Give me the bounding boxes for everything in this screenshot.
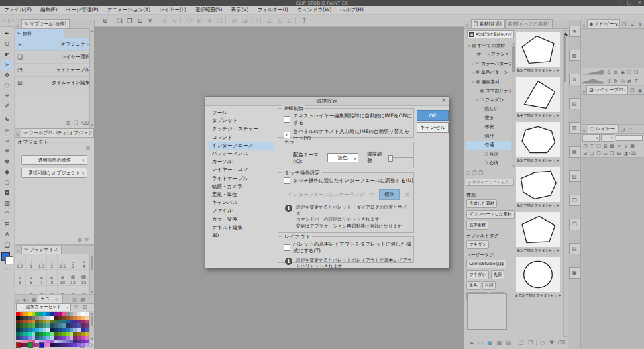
hand-tool[interactable]: ☛ — [1, 49, 13, 59]
material-shelf-folder[interactable]: ❐ — [569, 219, 580, 230]
navigator-tab[interactable]: ◉ ナビゲーター — [587, 19, 620, 28]
eraser-tool[interactable]: ◆ — [1, 167, 13, 177]
material-thumbnail[interactable] — [515, 166, 561, 203]
menu-item[interactable]: レイヤー(L) — [159, 7, 186, 13]
menu-item[interactable]: ページ管理(P) — [66, 7, 98, 13]
brush-size-cell[interactable]: 8 — [47, 270, 58, 286]
density-slider[interactable] — [388, 157, 413, 158]
menu-item[interactable]: 選択範囲(S) — [195, 7, 223, 13]
subtool-scrollbar[interactable]: ▲▼ — [89, 28, 94, 128]
color-set-footer-icon[interactable]: ❏ — [80, 342, 85, 348]
preferences-category-item[interactable]: 軌跡・カメラ — [209, 183, 274, 191]
new-folder-icon[interactable]: ❐ — [472, 170, 476, 176]
layer-toolbar-icon[interactable]: ❒ — [609, 151, 615, 156]
tree-expander-icon[interactable]: ∨ — [471, 80, 476, 84]
help-icon[interactable]: ? — [300, 16, 309, 25]
tag-chip[interactable]: ダウンロードした素材 — [466, 210, 515, 219]
open-file-icon[interactable]: ❐ — [125, 16, 134, 25]
material-shelf-folder[interactable]: ✕ — [569, 74, 580, 85]
preferences-category-item[interactable]: レイヤー・コマ — [209, 166, 274, 174]
brush-size-cell[interactable]: 7 — [36, 270, 47, 286]
selection-tool[interactable]: ◌ — [1, 81, 13, 91]
paste-material-icon[interactable]: ❐ — [527, 340, 534, 346]
navigator-rotate-icon[interactable]: ⊤ — [633, 79, 639, 84]
layer-panel-subtab[interactable]: ∷ — [627, 126, 635, 133]
tree-item[interactable]: ❍心情 — [466, 159, 514, 168]
navigator-zoom-icon[interactable]: ◉ — [619, 70, 626, 75]
preferences-category-item[interactable]: ファイル — [209, 207, 274, 215]
navigator-zoom-icon[interactable]: ❐ — [626, 70, 633, 75]
auto-select-tool[interactable]: ✳ — [1, 91, 13, 101]
scaling-small-button[interactable]: 小 — [370, 191, 375, 198]
scaling-large-button[interactable]: 大 — [405, 191, 410, 198]
navigator-subtab[interactable]: ℹ — [636, 21, 644, 28]
navigator-preview[interactable] — [581, 29, 644, 68]
tag-chip[interactable]: フキダシ — [466, 270, 489, 279]
scaling-standard-button[interactable]: 標準 — [379, 189, 400, 200]
layer-property-subtab[interactable]: ❐ — [628, 87, 636, 94]
menu-item[interactable]: ファイル(F) — [4, 7, 32, 13]
tag-chip[interactable]: 追加素材 — [466, 221, 488, 230]
navigator-subtab[interactable]: ☁ — [628, 21, 636, 28]
panel-menu-icon[interactable]: ≡ — [16, 23, 21, 28]
subtool-footer-icon[interactable]: ⊞ — [66, 120, 71, 126]
menu-item[interactable]: 編集(E) — [40, 7, 58, 13]
layer-toolbar-icon[interactable]: ⊞ — [616, 151, 622, 156]
background-color-swatch[interactable] — [5, 256, 13, 264]
layer-property-tab[interactable]: ◪ レイヤープロパティ — [586, 85, 628, 94]
color-set-header-tab[interactable]: ◐ — [21, 297, 30, 303]
pencil-tool[interactable]: ✏ — [1, 126, 13, 136]
material-shelf-folder[interactable]: ▧ — [569, 170, 580, 182]
material-shelf-folder[interactable]: ▣ — [569, 267, 580, 279]
preferences-category-item[interactable]: コマンド — [209, 134, 274, 142]
material-thumbnail[interactable] — [515, 77, 561, 113]
collapse-right-icons[interactable]: › » — [582, 16, 587, 21]
new-folder-icon[interactable]: ❒ — [479, 170, 483, 176]
pen-tool-2[interactable]: ✎ — [1, 115, 13, 125]
ok-button[interactable]: OK — [417, 110, 449, 121]
preferences-category-item[interactable]: タッチジェスチャー — [209, 125, 274, 133]
selectable-object-dropdown[interactable]: 選択可能なオブジェクト ∨ — [21, 168, 87, 178]
layer-toolbar-icon[interactable]: T — [589, 144, 595, 149]
brush-size-cell[interactable]: 2.5 — [58, 254, 68, 270]
color-set-header-tab[interactable]: ∷ — [63, 297, 71, 303]
layer-toolbar-icon[interactable]: ⌫ — [629, 151, 635, 156]
gradient-tool[interactable]: ▥ — [1, 198, 13, 208]
search-assets-button[interactable]: ▦ ASSETSで素材をさがす — [467, 30, 514, 38]
brush-size-scrollbar[interactable]: ▲▼ — [89, 254, 94, 294]
subtool-footer-icon[interactable]: ❐ — [74, 120, 78, 126]
edit-color-set-icon[interactable]: ⚲ — [72, 304, 80, 310]
tree-item[interactable]: 叫び — [466, 132, 514, 141]
material-thumbnail[interactable] — [515, 32, 561, 68]
layer-toolbar-icon[interactable]: ⊟ — [582, 151, 588, 156]
preferences-category-item[interactable]: 定規・単位 — [209, 191, 274, 199]
brush-size-cell[interactable]: 12 — [68, 270, 79, 286]
tag-chip[interactable]: 台詞 — [482, 281, 496, 290]
ime-auto-on-checkbox[interactable] — [284, 116, 290, 123]
frame-border-tool[interactable]: ⊞ — [1, 219, 13, 229]
material-search-field[interactable]: ⚲ 検索キーワードを入力... — [466, 179, 514, 186]
eyedropper-tool[interactable]: ✐ — [1, 101, 13, 111]
color-set-header-tab[interactable]: ◫ — [71, 297, 79, 303]
cloud-download-icon[interactable]: ☁ — [468, 340, 475, 346]
subtool-footer-icon[interactable]: ⌫ — [81, 120, 89, 126]
detail-view-icon[interactable]: ▤ — [505, 340, 513, 346]
material-list-scrollbar[interactable]: ▲▼ — [563, 30, 568, 337]
favorite-icon[interactable]: ♥ — [548, 340, 555, 346]
pen-tool[interactable]: ✒ — [1, 28, 13, 38]
menu-item[interactable]: アニメーション(A) — [107, 7, 151, 13]
panel-menu-icon[interactable]: ≡ — [16, 298, 21, 303]
navigator-zoom-icon[interactable]: ⊕ — [612, 70, 619, 75]
material-shelf-folder[interactable]: ▦ — [569, 50, 580, 61]
navigator-rotate-icon[interactable]: ↻ — [612, 79, 619, 84]
navigator-zoom-icon[interactable]: ⊖ — [606, 70, 612, 75]
panel-menu-icon[interactable]: ≡ — [582, 23, 586, 28]
brush-size-cell[interactable]: 2 — [47, 254, 58, 270]
brush-size-cell[interactable] — [58, 286, 68, 295]
preferences-category-item[interactable]: インターフェース — [209, 142, 274, 150]
layer-panel-tab[interactable]: ❏ レイヤー — [588, 124, 619, 133]
material-shelf-folder[interactable]: ★ — [569, 26, 580, 37]
material-shelf-folder[interactable]: ▤ — [569, 243, 580, 254]
blend-tool[interactable]: ❍ — [1, 177, 13, 187]
dialog-close-icon[interactable]: × — [441, 97, 446, 103]
